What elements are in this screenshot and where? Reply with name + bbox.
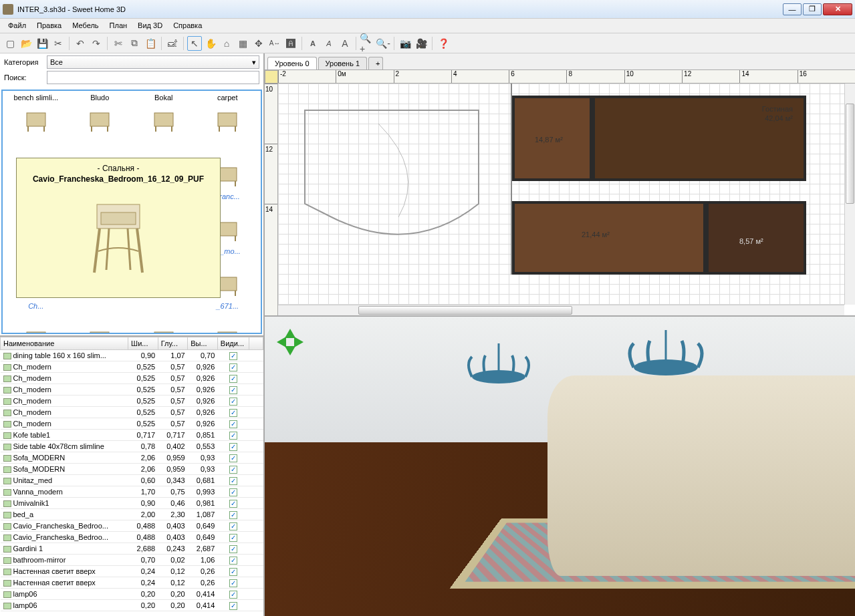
visible-checkbox[interactable]: ✓ bbox=[229, 557, 237, 565]
visible-checkbox[interactable]: ✓ bbox=[229, 363, 237, 371]
pan-icon[interactable]: ✋ bbox=[203, 36, 218, 51]
copy-icon[interactable]: ⧉ bbox=[127, 36, 142, 51]
plan-scrollbar-h[interactable] bbox=[278, 305, 844, 315]
photo-icon[interactable]: 📷 bbox=[398, 36, 412, 51]
table-row[interactable]: Umivalnik10,900,460,981✓ bbox=[1, 498, 263, 509]
visible-checkbox[interactable]: ✓ bbox=[229, 409, 237, 417]
zoom-out-icon[interactable]: 🔍- bbox=[376, 36, 390, 51]
open-icon[interactable]: 📂 bbox=[19, 36, 33, 51]
visible-checkbox[interactable]: ✓ bbox=[229, 454, 237, 462]
table-row[interactable]: Ch_modern0,5250,570,926✓ bbox=[1, 373, 263, 384]
table-row[interactable]: Настенная светит вверх0,240,120,26✓ bbox=[1, 577, 263, 589]
arrow-right-icon[interactable] bbox=[294, 337, 309, 347]
catalog-item[interactable] bbox=[133, 313, 195, 334]
table-row[interactable]: Настенная светит вверх0,240,120,26✓ bbox=[1, 566, 263, 577]
table-row[interactable]: dining table 160 x 160 slim...0,901,070,… bbox=[1, 350, 263, 361]
visible-checkbox[interactable]: ✓ bbox=[229, 602, 237, 610]
table-row[interactable]: Side table 40x78cm slimline0,780,4020,55… bbox=[1, 441, 263, 452]
catalog-item[interactable]: bench slimli... bbox=[5, 94, 67, 146]
col-name[interactable]: Наименование bbox=[1, 337, 128, 350]
redo-icon[interactable]: ↷ bbox=[89, 36, 104, 51]
view3d-pane[interactable] bbox=[265, 317, 855, 616]
table-row[interactable]: Kofe table10,7170,7170,851✓ bbox=[1, 430, 263, 441]
visible-checkbox[interactable]: ✓ bbox=[229, 522, 237, 530]
table-row[interactable]: Ch_modern0,5250,570,926✓ bbox=[1, 418, 263, 430]
video-icon[interactable]: 🎥 bbox=[414, 36, 429, 51]
menu-3dview[interactable]: Вид 3D bbox=[132, 19, 168, 33]
text-italic-icon[interactable]: A bbox=[322, 36, 336, 51]
catalog-item[interactable]: Bokal bbox=[133, 94, 195, 146]
visible-checkbox[interactable]: ✓ bbox=[229, 534, 237, 542]
create-polyline-icon[interactable]: ✥ bbox=[251, 36, 266, 51]
catalog-item[interactable] bbox=[70, 313, 131, 334]
search-input[interactable] bbox=[47, 71, 259, 84]
select-icon[interactable]: ↖ bbox=[187, 36, 202, 51]
col-height[interactable]: Вы... bbox=[188, 337, 218, 350]
catalog-item[interactable] bbox=[5, 313, 67, 334]
table-row[interactable]: Gardini 12,6880,2432,687✓ bbox=[1, 543, 263, 555]
catalog-item[interactable]: Bludo bbox=[70, 94, 131, 146]
maximize-button[interactable]: ❐ bbox=[803, 3, 822, 15]
table-row[interactable]: lamp060,200,200,414✓ bbox=[1, 589, 263, 600]
visible-checkbox[interactable]: ✓ bbox=[229, 375, 237, 383]
menu-edit[interactable]: Правка bbox=[31, 19, 67, 33]
table-row[interactable]: bathroom-mirror0,700,021,06✓ bbox=[1, 555, 263, 566]
furniture-list[interactable]: Наименование Ши... Глу... Вы... Види... … bbox=[0, 335, 263, 616]
catalog-item[interactable] bbox=[197, 313, 259, 334]
menu-plan[interactable]: План bbox=[104, 19, 133, 33]
plan-scrollbar-v[interactable] bbox=[844, 84, 855, 305]
visible-checkbox[interactable]: ✓ bbox=[229, 488, 237, 496]
undo-icon[interactable]: ↶ bbox=[73, 36, 88, 51]
col-depth[interactable]: Глу... bbox=[158, 337, 188, 350]
menu-furniture[interactable]: Мебель bbox=[67, 19, 104, 33]
table-row[interactable]: Vanna_modern1,700,750,993✓ bbox=[1, 486, 263, 498]
tab-level-0[interactable]: Уровень 0 bbox=[267, 57, 317, 69]
visible-checkbox[interactable]: ✓ bbox=[229, 398, 237, 406]
tab-level-1[interactable]: Уровень 1 bbox=[318, 57, 368, 69]
table-row[interactable]: Ch_modern0,5250,570,926✓ bbox=[1, 361, 263, 373]
col-width[interactable]: Ши... bbox=[128, 337, 158, 350]
arrow-down-icon[interactable] bbox=[285, 346, 295, 361]
visible-checkbox[interactable]: ✓ bbox=[229, 386, 237, 394]
visible-checkbox[interactable]: ✓ bbox=[229, 511, 237, 519]
table-row[interactable]: Cavio_Francheska_Bedroo...0,4880,4030,64… bbox=[1, 532, 263, 543]
catalog-grid[interactable]: bench slimli...BludoBokalcarpetCa...Fran… bbox=[1, 90, 262, 334]
visible-checkbox[interactable]: ✓ bbox=[229, 477, 237, 485]
table-row[interactable]: Sofa_MODERN2,060,9590,93✓ bbox=[1, 452, 263, 464]
table-row[interactable]: bed_a2,002,301,087✓ bbox=[1, 509, 263, 520]
visible-checkbox[interactable]: ✓ bbox=[229, 500, 237, 508]
minimize-button[interactable]: — bbox=[783, 3, 802, 15]
help-icon[interactable]: ❓ bbox=[436, 36, 451, 51]
menu-help[interactable]: Справка bbox=[168, 19, 207, 33]
table-row[interactable]: Ch_modern0,5250,570,926✓ bbox=[1, 396, 263, 407]
visible-checkbox[interactable]: ✓ bbox=[229, 579, 237, 587]
table-row[interactable]: Ch_modern0,5250,570,926✓ bbox=[1, 407, 263, 418]
visible-checkbox[interactable]: ✓ bbox=[229, 432, 237, 440]
catalog-item[interactable]: carpet bbox=[197, 94, 259, 146]
table-row[interactable]: Unitaz_med0,600,3430,681✓ bbox=[1, 475, 263, 486]
arrow-left-icon[interactable] bbox=[271, 337, 286, 347]
zoom-in-icon[interactable]: 🔍+ bbox=[360, 36, 374, 51]
category-select[interactable]: Все bbox=[47, 55, 259, 69]
create-label-icon[interactable]: 🅰 bbox=[283, 36, 298, 51]
visible-checkbox[interactable]: ✓ bbox=[229, 545, 237, 553]
cut-icon[interactable]: ✄ bbox=[111, 36, 126, 51]
nav-compass[interactable] bbox=[271, 323, 309, 361]
new-icon[interactable]: ▢ bbox=[3, 36, 17, 51]
table-row[interactable]: Ch_modern0,5250,570,926✓ bbox=[1, 384, 263, 396]
visible-checkbox[interactable]: ✓ bbox=[229, 420, 237, 428]
preferences-icon[interactable]: ✂ bbox=[51, 36, 66, 51]
add-furniture-icon[interactable]: 🛋 bbox=[165, 36, 180, 51]
visible-checkbox[interactable]: ✓ bbox=[229, 568, 237, 576]
text-bold-icon[interactable]: A bbox=[306, 36, 320, 51]
col-visible[interactable]: Види... bbox=[217, 337, 249, 350]
text-size-icon[interactable]: A bbox=[338, 36, 352, 51]
create-walls-icon[interactable]: ⌂ bbox=[219, 36, 234, 51]
visible-checkbox[interactable]: ✓ bbox=[229, 466, 237, 474]
visible-checkbox[interactable]: ✓ bbox=[229, 443, 237, 451]
table-row[interactable]: lamp060,200,200,414✓ bbox=[1, 600, 263, 611]
save-icon[interactable]: 💾 bbox=[35, 36, 49, 51]
menu-file[interactable]: Файл bbox=[3, 19, 31, 33]
ruler-origin-icon[interactable] bbox=[265, 70, 278, 84]
create-room-icon[interactable]: ▦ bbox=[235, 36, 250, 51]
